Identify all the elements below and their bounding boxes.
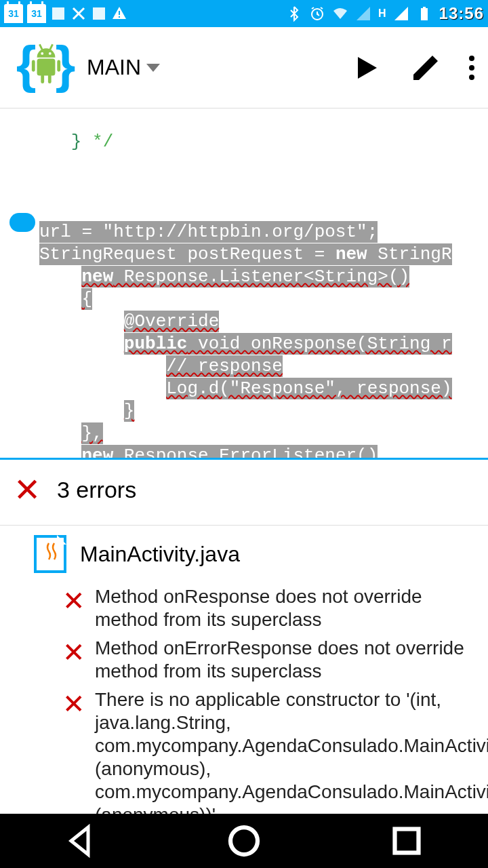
bluetooth-icon — [286, 5, 302, 22]
svg-rect-3 — [119, 16, 120, 18]
file-dropdown[interactable]: MAINACTIVI — [87, 56, 160, 79]
svg-rect-13 — [57, 60, 60, 71]
error-message: There is no applicable constructor to '(… — [95, 688, 488, 827]
code-text: @Override — [124, 311, 219, 332]
signal-icon — [355, 5, 371, 22]
svg-rect-19 — [395, 829, 419, 853]
home-button[interactable] — [224, 821, 264, 861]
wifi-icon — [332, 5, 348, 22]
code-text: */ — [92, 132, 113, 152]
svg-rect-14 — [41, 74, 44, 83]
status-left: 31 31 — [4, 4, 127, 23]
svg-rect-6 — [423, 7, 426, 8]
error-file-row[interactable]: MainActivity.java — [0, 526, 488, 583]
svg-rect-9 — [37, 58, 56, 75]
code-text: } — [124, 400, 135, 422]
code-text: url = "http://httpbin.org/post"; — [39, 221, 378, 243]
code-text: StringRequest postRequest = new StringR — [39, 243, 452, 265]
navigation-bar — [0, 814, 488, 868]
x-icon — [70, 5, 87, 22]
svg-rect-15 — [48, 74, 52, 83]
code-text: new Response.Listener<String>() — [81, 266, 409, 288]
app-bar: { } MAINACTIVI — [0, 27, 488, 108]
file-title: MAINACTIVI — [87, 56, 141, 79]
code-text: } — [71, 132, 92, 152]
svg-rect-2 — [119, 11, 120, 15]
puzzle-icon — [91, 5, 107, 22]
error-header[interactable]: ✕ 3 errors — [0, 460, 488, 526]
error-item[interactable]: ✕ Method onResponse does not override me… — [0, 583, 488, 634]
error-item[interactable]: ✕ There is no applicable constructor to … — [0, 686, 488, 829]
error-icon: ✕ — [14, 471, 41, 509]
error-summary: 3 errors — [57, 477, 136, 503]
dropdown-icon — [146, 64, 160, 72]
svg-rect-5 — [421, 8, 428, 20]
error-icon: ✕ — [62, 688, 95, 827]
code-text: { — [81, 288, 92, 310]
code-text: Log.d("Response", response) — [166, 378, 451, 399]
svg-rect-1 — [93, 7, 105, 20]
code-text: // response — [166, 355, 283, 377]
code-text: new Response.ErrorListener() — [81, 445, 378, 458]
error-panel: ✕ 3 errors MainActivity.java ✕ Method on… — [0, 458, 488, 760]
error-message: Method onResponse does not override meth… — [95, 585, 474, 631]
error-message: Method onErrorResponse does not override… — [95, 637, 474, 683]
status-bar: 31 31 H 13:56 — [0, 0, 488, 27]
breakpoint-marker[interactable] — [9, 213, 35, 232]
svg-rect-12 — [32, 60, 35, 71]
puzzle-icon — [50, 5, 66, 22]
error-icon: ✕ — [62, 637, 95, 683]
alarm-icon — [309, 5, 325, 22]
java-file-icon — [34, 535, 66, 573]
code-text: }, — [81, 422, 102, 444]
code-editor[interactable]: } */ url = "http://httpbin.org/post"; St… — [0, 108, 488, 458]
svg-point-17 — [49, 52, 52, 54]
svg-rect-0 — [52, 7, 64, 20]
svg-point-16 — [41, 52, 43, 54]
edit-button[interactable] — [409, 52, 442, 84]
run-button[interactable] — [350, 52, 382, 84]
clock: 13:56 — [439, 4, 484, 23]
back-button[interactable] — [61, 821, 102, 861]
signal-icon — [393, 5, 409, 22]
status-right: H 13:56 — [286, 4, 484, 23]
overflow-menu[interactable] — [469, 56, 474, 80]
error-icon: ✕ — [62, 585, 95, 631]
svg-line-10 — [39, 44, 42, 50]
recent-button[interactable] — [386, 821, 427, 861]
svg-line-11 — [50, 44, 53, 50]
warning-icon — [111, 5, 127, 22]
calendar-icon: 31 — [27, 4, 46, 23]
battery-icon — [416, 5, 432, 22]
error-item[interactable]: ✕ Method onErrorResponse does not overri… — [0, 634, 488, 686]
svg-point-18 — [230, 827, 258, 854]
app-logo: { } — [14, 35, 79, 100]
calendar-icon: 31 — [4, 4, 23, 23]
code-text: public void onResponse(String r — [124, 333, 452, 355]
error-file-name: MainActivity.java — [80, 542, 240, 567]
